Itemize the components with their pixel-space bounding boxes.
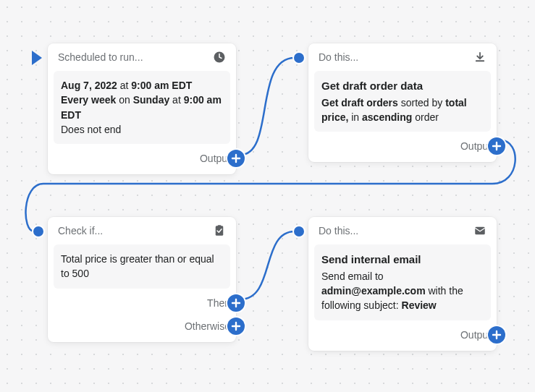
add-step-button[interactable] — [227, 318, 245, 335]
node-body: Aug 7, 2022 at 9:00 am EDT Every week on… — [54, 71, 230, 144]
email-node[interactable]: Do this... Send internal email Send emai… — [308, 217, 497, 351]
add-step-button[interactable] — [488, 326, 505, 344]
node-header-title: Check if... — [58, 225, 213, 237]
node-body: Get draft order data Get draft orders so… — [314, 71, 491, 132]
output-port: Output — [314, 137, 491, 155]
add-step-button[interactable] — [227, 294, 245, 312]
node-header-title: Do this... — [319, 51, 473, 63]
add-step-button[interactable] — [227, 150, 245, 167]
mail-icon — [473, 224, 486, 237]
node-header: Scheduled to run... — [48, 43, 236, 71]
node-header: Check if... — [48, 217, 236, 244]
input-port-icon — [33, 226, 43, 237]
input-port-icon — [294, 226, 304, 237]
node-header: Do this... — [308, 43, 497, 71]
input-port-icon — [294, 53, 304, 63]
node-header: Do this... — [308, 217, 497, 244]
node-body: Send internal email Send email to admin@… — [314, 244, 491, 320]
svg-rect-2 — [218, 225, 222, 227]
otherwise-port: Otherwise — [54, 318, 230, 335]
add-step-button[interactable] — [488, 137, 505, 155]
clock-icon — [213, 51, 226, 64]
schedule-node[interactable]: Scheduled to run... Aug 7, 2022 at 9:00 … — [48, 43, 236, 174]
output-port: Output — [54, 150, 230, 167]
node-body: Total price is greater than or equal to … — [54, 244, 230, 289]
checklist-icon — [213, 224, 226, 237]
svg-rect-3 — [475, 227, 485, 235]
output-port: Output — [314, 326, 491, 344]
download-icon — [473, 51, 486, 64]
start-marker-icon — [32, 51, 42, 65]
get-orders-node[interactable]: Do this... Get draft order data Get draf… — [308, 43, 497, 162]
check-node[interactable]: Check if... Total price is greater than … — [48, 217, 236, 342]
then-port: Then — [54, 294, 230, 312]
node-header-title: Scheduled to run... — [58, 51, 213, 63]
node-header-title: Do this... — [319, 225, 473, 237]
